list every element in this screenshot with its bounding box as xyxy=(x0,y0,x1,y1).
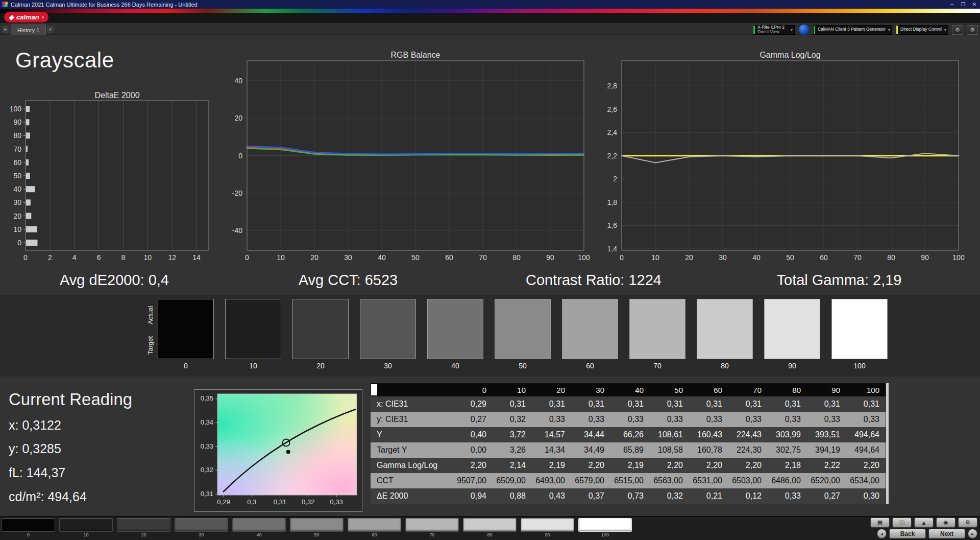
table-row-label: x: CIE31 xyxy=(371,396,453,412)
table-cell: 0,31 xyxy=(728,396,768,412)
table-cell: 6520,00 xyxy=(807,473,846,488)
logo-menu-caret-icon[interactable]: ▾ xyxy=(42,15,44,20)
swatch-label: 20 xyxy=(292,362,349,370)
table-col-header-0: 0 xyxy=(453,383,493,396)
svg-text:-20: -20 xyxy=(232,189,242,197)
display-control-select-button[interactable]: Direct Display Control ▾ xyxy=(896,25,948,35)
table-cell: 0,00 xyxy=(453,442,493,458)
pattern-thumb-90[interactable]: 90 xyxy=(521,518,574,537)
meter-accent-bar xyxy=(753,26,755,34)
table-col-header-60: 60 xyxy=(689,383,728,396)
deltae-chart-title: DeltaE 2000 xyxy=(26,91,209,100)
pattern-grid-button[interactable]: ▦ xyxy=(870,518,890,527)
next-button[interactable]: Next xyxy=(928,529,965,538)
swatch-label: 60 xyxy=(562,362,618,370)
svg-text:20: 20 xyxy=(685,253,693,262)
swatch-label: 80 xyxy=(697,362,753,370)
minimize-button[interactable]: ─ xyxy=(946,2,958,7)
arrow-up-button[interactable]: ▲ xyxy=(914,518,934,527)
table-cell: 0,43 xyxy=(532,488,571,504)
window-title: Calman 2021 Calman Ultimate for Business… xyxy=(11,2,946,8)
chevron-down-icon: ▾ xyxy=(789,28,794,32)
avg-de2000-stat: Avg dE2000: 0,4 xyxy=(60,272,169,289)
table-cell: 0,31 xyxy=(768,396,807,412)
back-button[interactable]: Back xyxy=(889,529,926,538)
dual-window-button[interactable]: ◫ xyxy=(892,518,912,527)
layout-nav-button[interactable]: ▸ xyxy=(2,26,9,33)
target-button[interactable]: ◉ xyxy=(936,518,955,527)
table-col-header-20: 20 xyxy=(532,383,571,396)
pattern-thumb-50[interactable]: 50 xyxy=(290,518,344,537)
pattern-thumb-swatch xyxy=(578,518,632,532)
pattern-thumb-label: 70 xyxy=(405,532,459,537)
table-cell: 2,20 xyxy=(728,458,768,473)
table-cell: 108,58 xyxy=(650,442,689,458)
tab-dropdown-button[interactable]: ▾ xyxy=(47,26,54,33)
svg-text:20: 20 xyxy=(234,114,242,122)
total-gamma-stat: Total Gamma: 2,19 xyxy=(777,272,902,289)
pattern-thumb-label: 20 xyxy=(117,532,170,537)
app-window: Calman 2021 Calman Ultimate for Business… xyxy=(0,0,980,540)
pattern-thumb-100[interactable]: 100 xyxy=(578,518,632,537)
pattern-thumb-30[interactable]: 30 xyxy=(175,518,228,537)
pattern-generator-select-button[interactable]: CalMAN Client 3 Pattern Generator ▾ xyxy=(813,25,892,35)
svg-text:80: 80 xyxy=(887,253,895,262)
table-cell: 6579,00 xyxy=(571,473,610,488)
pattern-thumb-label: 30 xyxy=(175,532,228,537)
table-col-header-100: 100 xyxy=(846,383,886,396)
pattern-thumb-label: 0 xyxy=(2,532,55,537)
table-scrollbar[interactable] xyxy=(886,383,889,504)
meter-status-badge[interactable] xyxy=(798,24,810,35)
pattern-settings-button[interactable]: ⚙ xyxy=(958,518,977,527)
pattern-thumb-10[interactable]: 10 xyxy=(59,518,113,537)
calman-logo[interactable]: ◈ calman ▾ xyxy=(4,12,48,22)
table-cell: 6515,00 xyxy=(610,473,650,488)
svg-text:60: 60 xyxy=(445,253,453,262)
tab-history-1[interactable]: History 1 xyxy=(11,25,46,35)
pattern-thumb-80[interactable]: 80 xyxy=(463,518,517,537)
step-next-round-button[interactable]: ▸ xyxy=(968,529,977,538)
svg-text:0: 0 xyxy=(245,253,249,262)
svg-text:40: 40 xyxy=(752,253,761,262)
table-cell: 6531,00 xyxy=(689,473,728,488)
table-cell: 2,14 xyxy=(493,458,532,473)
svg-text:10: 10 xyxy=(277,253,285,262)
pattern-thumb-70[interactable]: 70 xyxy=(405,518,459,537)
grayscale-swatch-50: 50 xyxy=(495,299,551,370)
table-cell: 0,33 xyxy=(610,412,650,427)
grayscale-swatch-100: 100 xyxy=(831,299,888,370)
meter-select-button[interactable]: X-Rite i1Pro 2 Direct View ▾ xyxy=(753,25,795,35)
table-cell: 0,31 xyxy=(532,396,571,412)
rainbow-strip xyxy=(0,9,980,13)
svg-text:8: 8 xyxy=(121,253,126,262)
logo-bar: ◈ calman ▾ xyxy=(0,13,980,23)
table-cell: 0,31 xyxy=(610,396,650,412)
table-cell: 0,33 xyxy=(689,412,728,427)
current-reading-title: Current Reading xyxy=(9,390,132,409)
table-cell: 0,32 xyxy=(493,412,532,427)
pattern-thumb-20[interactable]: 20 xyxy=(117,518,170,537)
close-button[interactable]: ✕ xyxy=(969,2,980,7)
svg-text:70: 70 xyxy=(479,253,487,262)
table-cell: 494,64 xyxy=(846,427,886,442)
settings-gear-button[interactable]: ⚙ xyxy=(952,25,963,35)
pattern-thumb-40[interactable]: 40 xyxy=(232,518,286,537)
maximize-button[interactable]: ❐ xyxy=(958,2,969,7)
avg-cct-stat: Avg CCT: 6523 xyxy=(299,272,398,289)
table-cell: 0,33 xyxy=(807,412,846,427)
calman-logo-mark-icon: ◈ xyxy=(9,13,14,21)
svg-text:90: 90 xyxy=(546,253,554,262)
svg-text:12: 12 xyxy=(168,253,176,262)
pattern-thumb-0[interactable]: 0 xyxy=(2,518,55,537)
workflow-settings-button[interactable]: ⚙ xyxy=(967,25,978,35)
reading-x-value: x: 0,3122 xyxy=(9,418,61,433)
gear-icon: ⚙ xyxy=(965,519,970,526)
table-cell: 6509,00 xyxy=(493,473,532,488)
grayscale-swatch-10: 10 xyxy=(225,299,281,370)
table-row-label: Gamma Log/Log xyxy=(371,458,453,473)
table-cell: 0,94 xyxy=(453,488,493,504)
pattern-thumb-60[interactable]: 60 xyxy=(348,518,401,537)
step-back-round-button[interactable]: ◂ xyxy=(877,529,887,538)
grayscale-swatch-40: 40 xyxy=(427,299,483,370)
swatch-color-60 xyxy=(562,299,618,359)
